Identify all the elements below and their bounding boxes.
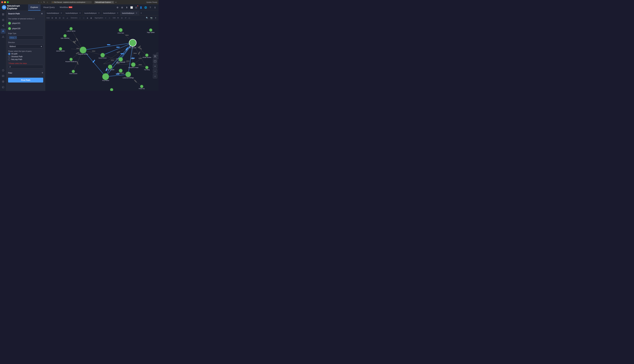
node-shaquille-oneal[interactable] (131, 62, 136, 67)
det-btn-1[interactable]: ○ (78, 16, 82, 20)
user-icon[interactable]: 👤 (139, 6, 142, 9)
edit-btn-2[interactable]: ⊜ (120, 16, 124, 20)
schema-icon[interactable]: ⊞ (120, 6, 124, 9)
sidebar-item-settings[interactable]: i (0, 85, 6, 90)
tab-close-4[interactable]: ✕ (116, 12, 119, 14)
node-marco-belinelli[interactable] (118, 57, 123, 62)
tab-add-button[interactable]: + (139, 12, 143, 14)
direction-select[interactable]: Bidirect ▾ (8, 44, 43, 48)
tab-close-2[interactable]: ✕ (79, 12, 81, 14)
camera-button[interactable]: 📷 (150, 16, 153, 20)
find-path-button[interactable]: Find Path (8, 78, 43, 82)
sidebar-item-graph[interactable] (0, 18, 6, 22)
console-icon[interactable]: ⊡ (134, 6, 138, 9)
graph-tab-2[interactable]: basketballplayer ✕ (64, 10, 83, 16)
edge-type-input[interactable]: follow × (8, 36, 43, 40)
auto-btn-4[interactable]: ⊡ (62, 16, 65, 20)
radio-shortest-path[interactable]: Shortest Path (8, 56, 43, 58)
graph-tab-4[interactable]: basketballplayer ✕ (102, 10, 120, 16)
tab-close-3[interactable]: ✕ (98, 12, 100, 14)
auto-btn-2[interactable]: ⊠ (54, 16, 58, 20)
radio-label-noloop: NoLoop Path (11, 58, 22, 60)
graph-tab-3[interactable]: basketballplayer ✕ (83, 10, 102, 16)
node-james-harden[interactable] (59, 47, 62, 50)
node-tony-parker[interactable] (102, 73, 109, 80)
auto-btn-1[interactable]: ⊞ (51, 16, 54, 20)
info-icon[interactable]: ℹ (153, 6, 157, 9)
node-javale-mcgee[interactable] (146, 54, 148, 56)
radio-all-path[interactable]: All path (8, 53, 43, 55)
node-dejounte-murray[interactable] (80, 47, 86, 53)
settings-icon[interactable]: ⚙ (116, 6, 119, 9)
home-button[interactable]: ⌂ (46, 1, 48, 4)
sidebar-item-help[interactable]: ? (0, 79, 6, 84)
node-tim-duncan[interactable] (129, 39, 136, 46)
sidebar-item-history[interactable] (0, 68, 6, 73)
auto-btn-5[interactable]: ⊿ (66, 16, 69, 20)
node-russell-westbrook[interactable] (70, 58, 72, 61)
graph-canvas[interactable]: follow follow follow follow follow follo… (45, 20, 158, 91)
nav-tab-visual-query[interactable]: Visual Query (40, 4, 57, 10)
upload-button[interactable]: ⬆ (154, 16, 157, 20)
import-icon[interactable]: ⬇ (125, 6, 128, 9)
panel-collapse-button[interactable]: › (156, 52, 158, 59)
node-danny-green[interactable] (100, 53, 105, 57)
det-btn-2[interactable]: □ (82, 16, 85, 20)
node-chris-paul[interactable] (119, 28, 122, 32)
sidebar-item-share[interactable] (0, 23, 6, 28)
globe-icon[interactable]: 🌐 (144, 6, 147, 9)
help-icon[interactable]: ? (148, 6, 152, 9)
steps-input[interactable] (8, 65, 43, 68)
node-tiago-splitter[interactable] (149, 28, 152, 32)
graph-tab-5[interactable]: basketballplayer ✕ (120, 10, 139, 16)
node-bottom[interactable] (110, 88, 113, 91)
reload-button[interactable]: ↻ (43, 1, 46, 4)
collapse-all-button[interactable]: ⟨⟨ (153, 74, 157, 78)
tab-close-5[interactable]: ✕ (136, 12, 138, 14)
edit-btn-3[interactable]: ↺ (124, 16, 127, 20)
browser-tab[interactable]: NebulaGraph Explorer ✕ (94, 1, 114, 4)
address-bar[interactable]: ⚠ Not Secure explorer.vesoft-inc.com/exp… (51, 1, 92, 4)
agg-btn-2[interactable]: ⊸ (108, 16, 111, 20)
tab-close-1[interactable]: ✕ (60, 12, 62, 14)
toolbar-group-auto: Auto: ⊞ ⊠ ⊟ ⊡ ⊿ (46, 16, 69, 20)
zoom-out-button[interactable]: − (153, 69, 157, 74)
sidebar-item-shape[interactable] (0, 34, 6, 39)
auto-btn-3[interactable]: ⊟ (58, 16, 61, 20)
nav-tab-explorer[interactable]: Explorer (28, 4, 40, 10)
zoom-in-button[interactable]: + (153, 64, 157, 68)
node-yao-ming[interactable] (146, 66, 148, 69)
sidebar-item-search[interactable] (0, 12, 6, 17)
edit-btn-1[interactable]: 👁 (116, 16, 120, 20)
close-button[interactable] (1, 1, 3, 3)
radio-noloop-path[interactable]: NoLoop Path (8, 58, 43, 60)
filter-add-button[interactable]: + (42, 71, 43, 74)
sidebar-item-path[interactable] (0, 29, 6, 34)
det-btn-3[interactable]: ◈ (86, 16, 89, 20)
tag-remove-button[interactable]: × (15, 37, 16, 38)
node-rudy-gay[interactable] (140, 85, 143, 88)
minimize-button[interactable] (4, 1, 6, 3)
maximize-button[interactable] (7, 1, 9, 3)
sidebar-item-query[interactable] (0, 74, 6, 78)
node-boris-diaw[interactable] (119, 69, 122, 72)
graph-nodes[interactable]: Chris Paul Kyle Anderson LeBron James Ti… (56, 27, 155, 91)
panel-close-button[interactable]: ✕ (40, 12, 43, 15)
node-lamarcus-aldridge[interactable] (126, 72, 131, 77)
export-icon[interactable]: ⬜ (130, 6, 133, 9)
graph-tab-1[interactable]: basketballplayer ✕ (45, 10, 64, 16)
frame-button[interactable] (153, 59, 157, 64)
forward-button[interactable]: › (40, 1, 42, 4)
new-tab-button[interactable]: + (115, 0, 117, 4)
node-kevin-durant[interactable] (72, 70, 75, 73)
back-button[interactable]: ‹ (38, 1, 40, 4)
node-kyle-anderson[interactable] (64, 34, 66, 37)
edit-btn-4[interactable]: ◻ (128, 16, 131, 20)
det-btn-4[interactable]: ◉ (90, 16, 93, 20)
node-lebron-james[interactable] (70, 27, 72, 30)
agg-btn-1[interactable]: ⊹ (104, 16, 107, 20)
nav-tab-workflow[interactable]: Workflow Beta (57, 4, 75, 10)
search-graph-button[interactable]: 🔍 (146, 16, 148, 20)
browser-tab-close[interactable]: ✕ (112, 2, 113, 3)
node-manu-ginobili[interactable] (108, 65, 112, 69)
